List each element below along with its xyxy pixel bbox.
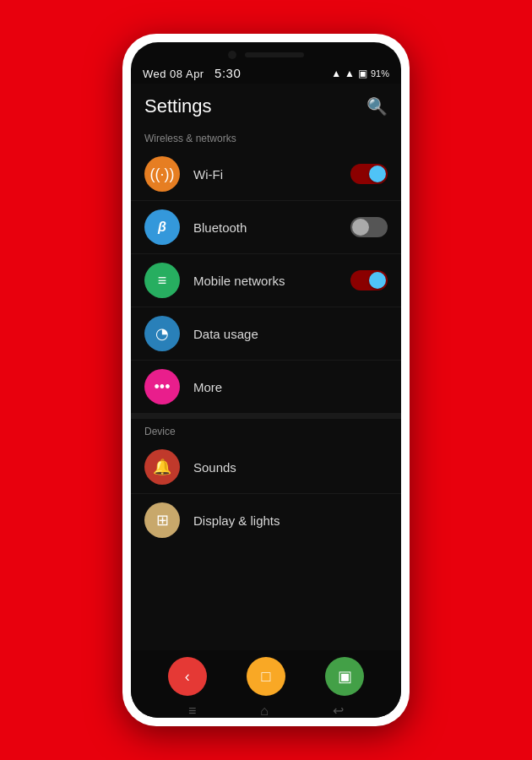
data-usage-icon: ◔ <box>144 316 180 351</box>
data-icon-glyph: ◔ <box>155 324 169 343</box>
wifi-icon: ((·)) <box>144 156 180 192</box>
more-icon: ••• <box>144 369 180 404</box>
phone-device: Wed 08 Apr 5:30 ▲ ▲ ▣ 91% Settings 🔍 Wir… <box>122 34 410 726</box>
screen-content: Settings 🔍 Wireless & networks ((·)) Wi-… <box>131 84 401 650</box>
status-time: 5:30 <box>214 66 241 80</box>
sounds-icon: 🔔 <box>144 449 180 485</box>
bluetooth-label: Bluetooth <box>193 220 350 235</box>
settings-item-mobile[interactable]: ≡ Mobile networks <box>131 254 401 307</box>
home-button[interactable]: □ <box>247 657 285 696</box>
settings-item-more[interactable]: ••• More <box>131 361 401 414</box>
bottom-nav: ‹ □ ▣ ≡ ⌂ ↩ <box>131 650 401 718</box>
sounds-icon-glyph: 🔔 <box>153 458 171 476</box>
phone-speaker <box>245 52 304 57</box>
mobile-toggle-knob <box>369 272 386 289</box>
display-icon: ⊞ <box>144 502 180 538</box>
more-label: More <box>193 380 388 394</box>
mobile-toggle[interactable] <box>350 270 388 290</box>
section-label-wireless: Wireless & networks <box>131 126 401 148</box>
bluetooth-toggle[interactable] <box>350 217 388 237</box>
display-icon-glyph: ⊞ <box>156 511 169 529</box>
mobile-networks-icon: ≡ <box>144 263 180 298</box>
settings-item-bluetooth[interactable]: β Bluetooth <box>131 201 401 254</box>
status-icons: ▲ ▲ ▣ 91% <box>331 68 389 79</box>
bluetooth-toggle-knob <box>352 219 369 236</box>
home-icon: □ <box>262 668 271 686</box>
status-date: Wed 08 Apr <box>143 68 204 80</box>
back-button[interactable]: ‹ <box>168 657 207 696</box>
soft-menu-key[interactable]: ≡ <box>188 703 196 719</box>
bluetooth-icon: β <box>144 209 180 245</box>
settings-item-data[interactable]: ◔ Data usage <box>131 307 401 361</box>
bottom-buttons: ‹ □ ▣ <box>131 650 401 699</box>
data-usage-label: Data usage <box>193 327 388 341</box>
settings-item-sounds[interactable]: 🔔 Sounds <box>131 441 401 494</box>
settings-item-display[interactable]: ⊞ Display & lights <box>131 494 401 546</box>
status-datetime: Wed 08 Apr 5:30 <box>143 66 241 80</box>
wifi-toggle-knob <box>369 166 386 182</box>
battery-level: 91% <box>371 68 389 79</box>
soft-home-key[interactable]: ⌂ <box>260 703 269 719</box>
wifi-toggle[interactable] <box>350 164 388 184</box>
wifi-label: Wi-Fi <box>193 167 350 182</box>
section-label-device: Device <box>131 419 401 441</box>
soft-back-key[interactable]: ↩ <box>333 703 344 718</box>
search-icon[interactable]: 🔍 <box>366 96 388 117</box>
sounds-label: Sounds <box>193 460 388 475</box>
data-icon: ▣ <box>358 68 367 79</box>
settings-header: Settings 🔍 <box>131 84 401 126</box>
bluetooth-icon-glyph: β <box>158 220 166 235</box>
mobile-networks-label: Mobile networks <box>193 274 350 288</box>
wifi-icon-glyph: ((·)) <box>150 166 175 183</box>
phone-camera <box>228 51 236 59</box>
page-title: Settings <box>144 95 212 117</box>
signal-icon: ▲ <box>345 68 355 79</box>
display-label: Display & lights <box>193 513 388 528</box>
recent-button[interactable]: ▣ <box>325 657 364 696</box>
phone-top-bar <box>131 42 401 64</box>
mobile-icon-glyph: ≡ <box>158 272 167 290</box>
recent-icon: ▣ <box>338 667 352 686</box>
settings-item-wifi[interactable]: ((·)) Wi-Fi <box>131 148 401 201</box>
back-icon: ‹ <box>185 668 190 686</box>
status-bar: Wed 08 Apr 5:30 ▲ ▲ ▣ 91% <box>131 64 401 84</box>
more-icon-glyph: ••• <box>155 378 171 396</box>
soft-keys: ≡ ⌂ ↩ <box>131 699 401 718</box>
wifi-status-icon: ▲ <box>331 68 341 79</box>
phone-screen: Wed 08 Apr 5:30 ▲ ▲ ▣ 91% Settings 🔍 Wir… <box>131 42 401 718</box>
